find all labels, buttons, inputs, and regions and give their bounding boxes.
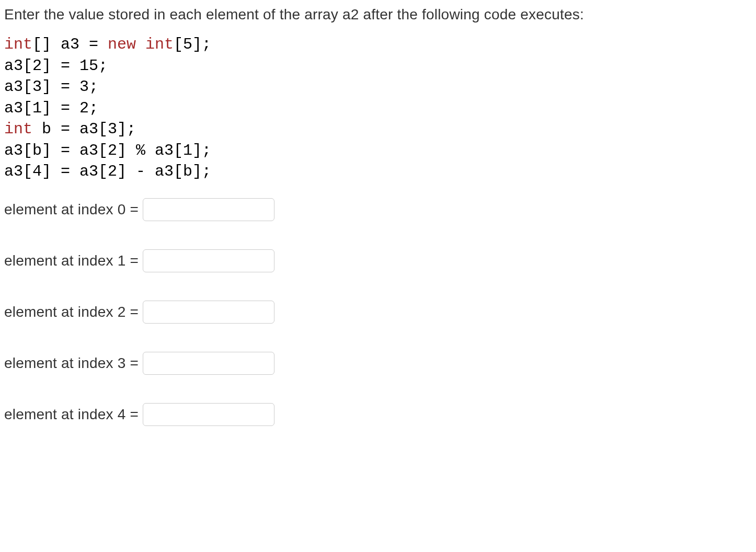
answer-row-0: element at index 0 = xyxy=(4,198,752,221)
code-block: int[] a3 = new int[5]; a3[2] = 15; a3[3]… xyxy=(4,34,752,182)
question-prompt: Enter the value stored in each element o… xyxy=(4,4,752,25)
keyword-int: int xyxy=(4,120,32,138)
keyword-new-int: new int xyxy=(108,36,174,53)
code-text: [5]; xyxy=(174,36,211,53)
answer-label: element at index 4 = xyxy=(4,404,139,424)
answer-input-index-1[interactable] xyxy=(143,249,274,272)
answer-row-2: element at index 2 = xyxy=(4,301,752,324)
keyword-int: int xyxy=(4,36,32,53)
code-text: a3[4] = a3[2] - a3[b]; xyxy=(4,163,211,180)
answer-row-4: element at index 4 = xyxy=(4,403,752,426)
code-text: a3[3] = 3; xyxy=(4,78,98,96)
answer-label: element at index 0 = xyxy=(4,199,139,220)
answer-label: element at index 1 = xyxy=(4,250,139,271)
answer-row-1: element at index 1 = xyxy=(4,249,752,272)
answer-input-index-3[interactable] xyxy=(143,352,274,375)
code-text: [] a3 = xyxy=(32,36,108,53)
answer-label: element at index 3 = xyxy=(4,353,139,373)
code-text: a3[b] = a3[2] % a3[1]; xyxy=(4,142,211,159)
answer-input-index-2[interactable] xyxy=(143,301,274,324)
code-text: a3[1] = 2; xyxy=(4,99,98,117)
answer-input-index-4[interactable] xyxy=(143,403,274,426)
answer-row-3: element at index 3 = xyxy=(4,352,752,375)
code-text: b = a3[3]; xyxy=(32,120,136,138)
answer-label: element at index 2 = xyxy=(4,302,139,322)
answer-input-index-0[interactable] xyxy=(143,198,274,221)
code-text: a3[2] = 15; xyxy=(4,57,108,75)
